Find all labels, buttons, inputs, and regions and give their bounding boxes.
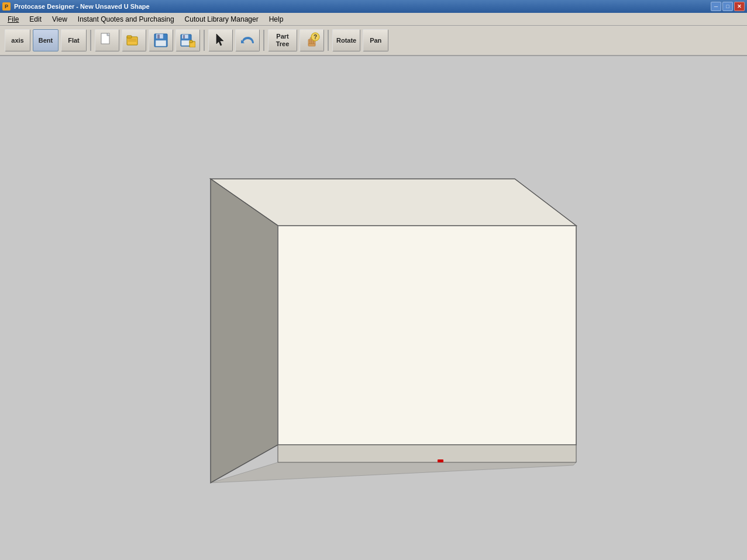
svg-rect-23 (308, 44, 315, 46)
new-button[interactable] (95, 29, 119, 51)
svg-rect-5 (127, 36, 132, 38)
menu-item-file[interactable]: File (2, 13, 24, 25)
part-tree-line2: Tree (276, 40, 290, 48)
svg-rect-13 (182, 34, 188, 39)
menu-item-edit[interactable]: Edit (24, 13, 47, 25)
separator-3 (263, 30, 264, 51)
title-bar-title: Protocase Designer - New Unsaved U Shape (14, 3, 150, 10)
svg-rect-11 (156, 40, 166, 46)
3d-view (0, 56, 747, 547)
part-tree-button[interactable]: Part Tree (268, 29, 297, 51)
close-button[interactable]: ✕ (734, 2, 745, 11)
toolbar: axis Bent Flat (0, 26, 747, 56)
viewport[interactable] (0, 56, 747, 560)
pan-button[interactable]: Pan (363, 29, 388, 51)
rotate-button[interactable]: Rotate (332, 29, 360, 51)
svg-rect-34 (438, 459, 443, 462)
part-tree-line1: Part (276, 33, 288, 40)
axis-button[interactable]: axis (5, 29, 30, 51)
flat-button[interactable]: Flat (61, 29, 87, 51)
maximize-button[interactable]: □ (722, 2, 733, 11)
select-button[interactable] (208, 29, 233, 51)
title-bar: P Protocase Designer - New Unsaved U Sha… (0, 0, 747, 13)
bent-button[interactable]: Bent (33, 29, 58, 51)
undo-button[interactable] (235, 29, 260, 51)
separator-4 (328, 30, 329, 51)
svg-text:?: ? (314, 34, 317, 40)
menu-item-help[interactable]: Help (264, 13, 289, 25)
separator-1 (90, 30, 91, 51)
select-icon (215, 33, 226, 47)
new-icon (100, 33, 114, 48)
svg-marker-30 (278, 445, 576, 462)
menu-item-instant-quotes[interactable]: Instant Quotes and Purchasing (73, 13, 180, 25)
svg-marker-29 (211, 179, 278, 483)
undo-icon (240, 33, 255, 47)
svg-rect-14 (183, 35, 185, 39)
app-icon: P (2, 2, 11, 11)
help-icon: ? (304, 32, 320, 49)
save-as-button[interactable] (175, 29, 200, 51)
help-button[interactable]: ? (300, 29, 324, 51)
menu-item-cutout-library[interactable]: Cutout Library Manager (180, 13, 264, 25)
minimize-button[interactable]: ─ (711, 2, 721, 11)
svg-marker-27 (278, 226, 576, 445)
menu-bar: File Edit View Instant Quotes and Purcha… (0, 13, 747, 26)
open-button[interactable] (122, 29, 146, 51)
svg-rect-10 (157, 34, 160, 39)
separator-2 (204, 30, 205, 51)
save-button[interactable] (149, 29, 173, 51)
title-bar-controls: ─ □ ✕ (711, 2, 745, 11)
svg-rect-17 (190, 40, 192, 43)
save-as-icon (180, 33, 195, 47)
title-bar-text: P Protocase Designer - New Unsaved U Sha… (2, 2, 150, 11)
save-icon (154, 33, 168, 47)
open-icon (126, 33, 142, 47)
svg-marker-18 (216, 34, 223, 46)
menu-item-view[interactable]: View (47, 13, 73, 25)
